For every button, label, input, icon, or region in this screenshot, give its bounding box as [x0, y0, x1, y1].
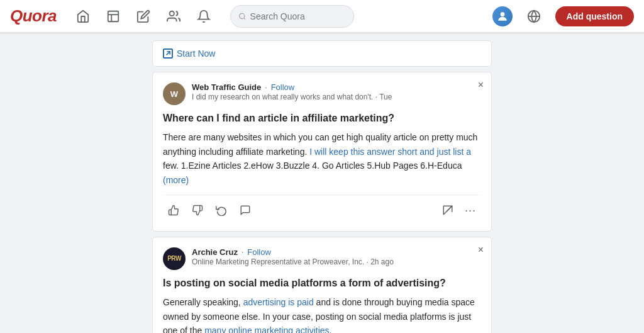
quora-logo[interactable]: Quora [10, 6, 57, 26]
downvote-button-1[interactable] [187, 201, 208, 220]
external-link-icon [163, 48, 173, 59]
close-button-2[interactable]: × [478, 245, 484, 255]
answer-text-2: Generally speaking, advertising is paid … [163, 295, 481, 333]
answer-card-2: PRW Archie Cruz · Follow Online Marketin… [152, 237, 492, 333]
top-navigation: Quora [0, 0, 644, 33]
question-title-1[interactable]: Where can I find an article in affiliate… [163, 111, 481, 125]
user-avatar[interactable] [492, 6, 513, 26]
search-icon [238, 12, 246, 21]
spaces-icon[interactable] [165, 8, 182, 25]
search-bar [230, 5, 354, 28]
question-title-2[interactable]: Is posting on social media platforms a f… [163, 276, 481, 290]
more-link-1[interactable]: (more) [163, 175, 189, 185]
answer-card-1: W Web Traffic Guide · Follow I did my re… [152, 72, 492, 232]
card-header-2: PRW Archie Cruz · Follow Online Marketin… [163, 247, 481, 270]
follow-link-2[interactable]: Follow [247, 247, 271, 257]
answer-text-1: There are many websites in which you can… [163, 130, 481, 187]
notifications-icon[interactable] [195, 8, 213, 25]
follow-link-1[interactable]: Follow [271, 82, 295, 92]
svg-line-9 [167, 52, 170, 55]
home-icon[interactable] [74, 8, 92, 25]
user-name-1[interactable]: Web Traffic Guide [192, 82, 261, 92]
action-bar-1: ··· [163, 195, 481, 221]
user-name-2[interactable]: Archie Cruz [192, 247, 238, 257]
search-input[interactable] [250, 11, 347, 21]
start-now-link[interactable]: Start Now [163, 48, 215, 59]
svg-point-3 [170, 11, 174, 15]
user-avatar-1: W [163, 82, 186, 105]
more-options-button-1[interactable]: ··· [460, 200, 481, 221]
upvote-button-1[interactable] [163, 201, 184, 220]
user-info-2: Archie Cruz · Follow Online Marketing Re… [192, 247, 481, 266]
start-now-label: Start Now [177, 48, 215, 59]
comment-button-1[interactable] [235, 201, 256, 220]
feed-icon[interactable] [104, 8, 122, 25]
language-icon[interactable] [525, 8, 543, 25]
add-question-button[interactable]: Add question [555, 6, 634, 26]
write-icon[interactable] [135, 8, 152, 25]
bookmark-button-1[interactable] [438, 201, 457, 220]
user-info-1: Web Traffic Guide · Follow I did my rese… [192, 82, 481, 101]
user-avatar-2: PRW [163, 247, 186, 270]
svg-point-6 [500, 12, 504, 16]
start-now-card: Start Now [152, 40, 492, 67]
user-meta-2: Online Marketing Representative at Prowe… [192, 257, 481, 266]
share-button-1[interactable] [211, 201, 232, 220]
svg-rect-0 [108, 11, 119, 21]
user-meta-1: I did my research on what really works a… [192, 93, 481, 101]
svg-point-4 [240, 13, 245, 18]
card-header-1: W Web Traffic Guide · Follow I did my re… [163, 82, 481, 105]
feed-container: Start Now W Web Traffic Guide · Follow I… [152, 40, 492, 333]
main-feed: Start Now W Web Traffic Guide · Follow I… [0, 33, 644, 333]
close-button-1[interactable]: × [478, 80, 484, 90]
svg-line-5 [244, 18, 245, 19]
